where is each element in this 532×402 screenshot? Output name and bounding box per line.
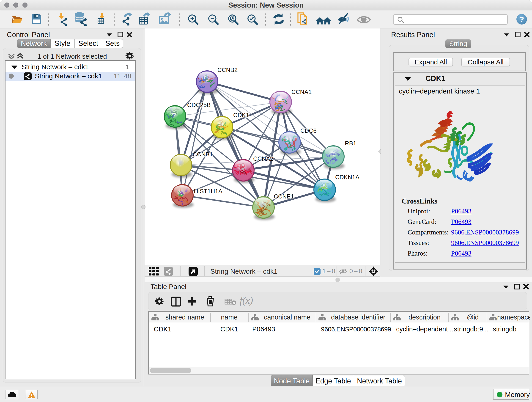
svg-text:RB1: RB1 [345,140,356,147]
svg-text:HIST1H1A: HIST1H1A [194,188,222,195]
svg-text:CCNA2: CCNA2 [253,155,273,162]
svg-text:CCNA1: CCNA1 [291,89,312,95]
svg-text:CDK1: CDK1 [233,112,249,119]
svg-text:CDC6: CDC6 [300,127,317,134]
svg-text:CCNB2: CCNB2 [217,66,238,73]
svg-text:CCNB1: CCNB1 [193,151,213,158]
svg-text:CDC25B: CDC25B [187,102,211,108]
svg-text:CCNE1: CCNE1 [274,193,294,200]
svg-text:CDKN1A: CDKN1A [335,174,360,181]
